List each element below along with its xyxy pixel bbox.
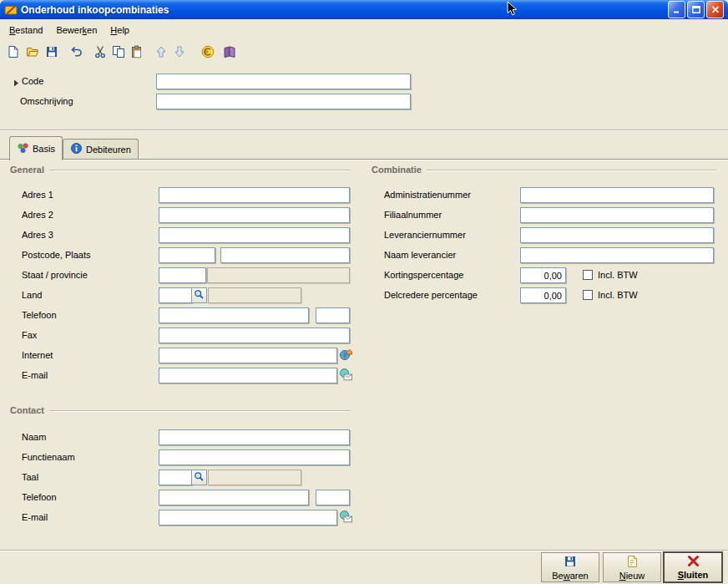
internet-go-button[interactable] bbox=[338, 348, 352, 363]
sluiten-button[interactable]: Sluiten bbox=[663, 551, 723, 583]
email-label: E-mail bbox=[22, 370, 48, 381]
postcode-input[interactable] bbox=[159, 247, 215, 263]
mouse-cursor bbox=[507, 1, 518, 19]
euro-button[interactable] bbox=[199, 43, 217, 62]
menu-item-bestand[interactable]: Bestand bbox=[3, 22, 49, 38]
adres3-label: Adres 3 bbox=[22, 230, 53, 241]
maximize-icon bbox=[692, 3, 700, 16]
menu-item-bewerken[interactable]: Bewerken bbox=[49, 22, 104, 38]
help-book-button[interactable] bbox=[220, 43, 239, 62]
taal-label: Taal bbox=[22, 472, 38, 483]
group-general-line bbox=[49, 170, 351, 170]
naam-leverancier-label: Naam leverancier bbox=[384, 250, 456, 261]
close-x-icon bbox=[687, 555, 700, 569]
maximize-button[interactable] bbox=[687, 1, 705, 18]
staat-provincie-input[interactable] bbox=[159, 267, 206, 283]
fax-input[interactable] bbox=[159, 328, 350, 343]
contact-email-input[interactable] bbox=[159, 510, 337, 526]
telefoon-input[interactable] bbox=[159, 307, 309, 323]
paste-clipboard-icon bbox=[130, 45, 144, 61]
email-send-button[interactable] bbox=[338, 368, 352, 383]
staat-provincie-naam-field bbox=[207, 267, 350, 283]
land-naam-field bbox=[208, 287, 301, 303]
contact-email-send-button[interactable] bbox=[338, 510, 352, 525]
email-input[interactable] bbox=[159, 368, 337, 383]
header-divider bbox=[0, 129, 728, 130]
tab-debiteuren-label: Debiteuren bbox=[86, 145, 131, 155]
email-globe-icon bbox=[339, 368, 352, 383]
group-general-title: General bbox=[10, 165, 44, 175]
kortingspercentage-input[interactable] bbox=[520, 267, 566, 283]
naam-leverancier-input[interactable] bbox=[520, 247, 714, 263]
land-input[interactable] bbox=[159, 287, 192, 303]
administratienummer-input[interactable] bbox=[520, 187, 714, 203]
magnifier-icon bbox=[194, 289, 205, 302]
undo-icon bbox=[70, 45, 83, 61]
move-up-button[interactable] bbox=[152, 43, 170, 62]
basis-tab-icon bbox=[17, 142, 29, 156]
kortingspercentage-label: Kortingspercentage bbox=[384, 270, 463, 281]
code-input[interactable] bbox=[156, 74, 411, 89]
new-button[interactable] bbox=[4, 43, 23, 62]
footer-divider bbox=[0, 550, 728, 551]
move-down-button[interactable] bbox=[170, 43, 189, 62]
filiaalnummer-input[interactable] bbox=[520, 207, 714, 223]
menu-item-help[interactable]: Help bbox=[104, 22, 136, 38]
minimize-button[interactable] bbox=[668, 1, 685, 18]
open-button[interactable] bbox=[23, 43, 42, 62]
window-title: Onderhoud inkoopcombinaties bbox=[21, 4, 668, 16]
arrow-down-icon bbox=[173, 45, 186, 61]
kortings-incl-btw-label: Incl. BTW bbox=[598, 270, 638, 281]
contact-telefoon-input[interactable] bbox=[159, 490, 309, 505]
omschrijving-label: Omschrijving bbox=[20, 96, 73, 107]
taal-lookup-button[interactable] bbox=[191, 470, 207, 485]
internet-label: Internet bbox=[22, 350, 53, 361]
new-document-icon bbox=[625, 555, 639, 570]
group-combinatie-header: Combinatie bbox=[372, 164, 716, 175]
group-contact-header: Contact bbox=[10, 404, 351, 416]
tab-basis[interactable]: Basis bbox=[9, 136, 63, 160]
adres3-input[interactable] bbox=[159, 227, 350, 243]
adres1-label: Adres 1 bbox=[22, 190, 53, 201]
postcode-plaats-label: Postcode, Plaats bbox=[22, 250, 91, 261]
kortings-incl-btw-checkbox[interactable] bbox=[583, 270, 593, 280]
code-label: Code bbox=[22, 76, 43, 87]
administratienummer-label: Administratienummer bbox=[384, 190, 471, 201]
leveranciernummer-input[interactable] bbox=[520, 227, 714, 243]
adres1-input[interactable] bbox=[159, 187, 350, 203]
delcredere-incl-btw-checkbox[interactable] bbox=[583, 290, 593, 300]
group-general-header: General bbox=[10, 164, 351, 175]
adres2-input[interactable] bbox=[159, 207, 350, 223]
group-combinatie-line bbox=[427, 170, 716, 170]
magnifier-icon bbox=[194, 471, 205, 485]
leveranciernummer-label: Leveranciernummer bbox=[384, 230, 466, 241]
tab-strip-baseline bbox=[0, 159, 728, 160]
contact-telefoon-ext-input[interactable] bbox=[316, 490, 350, 505]
window-controls bbox=[668, 1, 724, 18]
delcredere-percentage-input[interactable] bbox=[520, 287, 566, 303]
functienaam-input[interactable] bbox=[159, 449, 350, 465]
taal-input[interactable] bbox=[159, 470, 192, 485]
cut-scissors-icon bbox=[94, 45, 107, 61]
group-contact-title: Contact bbox=[10, 405, 44, 415]
bewaren-button-label: Bewaren bbox=[552, 571, 588, 581]
bewaren-button[interactable]: Bewaren bbox=[541, 552, 599, 582]
telefoon-ext-input[interactable] bbox=[316, 307, 350, 323]
internet-input[interactable] bbox=[159, 348, 337, 363]
nieuw-button[interactable]: Nieuw bbox=[603, 552, 661, 582]
undo-button[interactable] bbox=[68, 43, 86, 62]
close-button[interactable] bbox=[706, 1, 724, 18]
land-lookup-button[interactable] bbox=[191, 287, 207, 303]
copy-button[interactable] bbox=[109, 43, 128, 62]
save-button[interactable] bbox=[43, 43, 61, 62]
omschrijving-input[interactable] bbox=[156, 94, 411, 109]
debiteuren-tab-icon bbox=[70, 142, 83, 156]
cut-button[interactable] bbox=[91, 43, 109, 62]
contact-naam-input[interactable] bbox=[159, 429, 350, 445]
tab-basis-label: Basis bbox=[33, 144, 55, 154]
app-window: Onderhoud inkoopcombinaties Bestand Bewe… bbox=[0, 0, 728, 584]
paste-button[interactable] bbox=[128, 43, 146, 62]
tab-debiteuren[interactable]: Debiteuren bbox=[63, 139, 139, 159]
plaats-input[interactable] bbox=[220, 247, 350, 263]
nieuw-button-label: Nieuw bbox=[619, 571, 645, 581]
